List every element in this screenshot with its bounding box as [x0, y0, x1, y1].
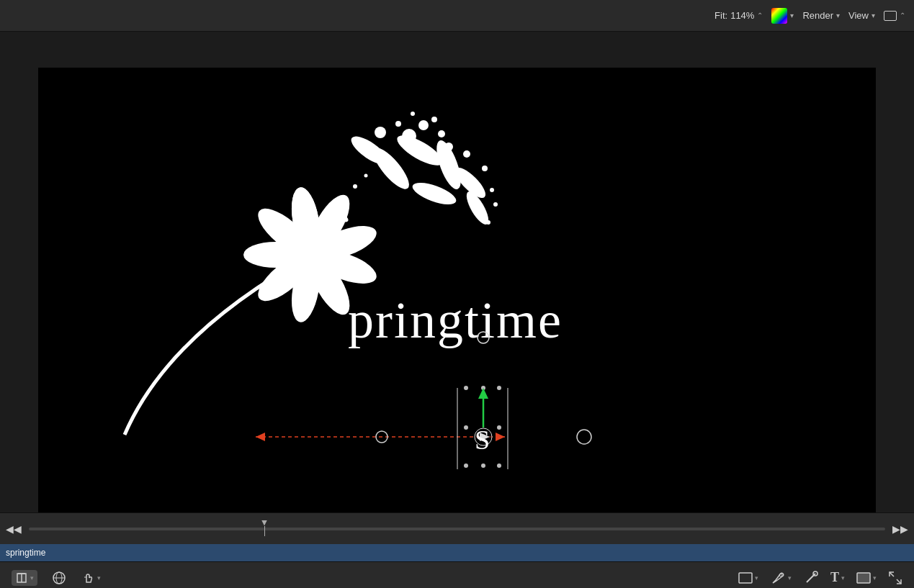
fit-value: 114%	[730, 10, 754, 21]
expand-tool[interactable]	[888, 571, 902, 585]
globe-tool[interactable]	[52, 571, 66, 585]
fit-label: Fit:	[714, 10, 727, 21]
view-chevron: ▾	[872, 12, 875, 19]
mask-chevron: ▾	[873, 574, 877, 582]
preview-canvas[interactable]: pringtime	[38, 68, 876, 512]
playhead-marker	[261, 520, 267, 526]
svg-line-70	[897, 579, 901, 584]
mask-tool[interactable]: ▾	[856, 572, 877, 584]
svg-point-24	[463, 150, 470, 158]
top-bar: Fit: 114% ⌃ ▾ Render ▾ View ▾ ⌃	[0, 0, 914, 32]
canvas-text-content: pringtime	[348, 291, 563, 349]
svg-point-28	[395, 121, 401, 127]
fit-chevron: ⌃	[757, 12, 763, 19]
timeline-playhead[interactable]	[260, 520, 269, 538]
canvas-main-text: pringtime	[348, 291, 563, 350]
pen-tool[interactable]: ▾	[770, 570, 792, 586]
color-chevron: ▾	[790, 12, 794, 19]
shape-tool[interactable]: ▾	[738, 572, 758, 584]
text-cursor-icon	[15, 571, 28, 584]
pen-icon	[770, 570, 786, 586]
timeline-end-button[interactable]: ▶▶	[894, 523, 907, 535]
svg-point-22	[444, 143, 453, 151]
svg-point-51	[497, 463, 501, 468]
svg-point-18	[402, 129, 416, 143]
brush-tool[interactable]	[803, 570, 819, 586]
fit-control[interactable]: Fit: 114% ⌃	[714, 10, 763, 21]
svg-point-25	[482, 166, 488, 171]
playhead-line	[264, 526, 265, 536]
svg-point-29	[411, 112, 415, 116]
svg-rect-64	[739, 573, 752, 583]
type-tool-label: T	[830, 570, 839, 585]
timeline-track[interactable]	[29, 528, 885, 530]
hand-tool[interactable]: ▾	[81, 571, 101, 585]
timeline-start-button[interactable]: ◀◀	[7, 523, 20, 535]
svg-point-35	[364, 174, 368, 178]
render-menu[interactable]: Render ▾	[802, 10, 840, 21]
type-tool[interactable]: T ▾	[830, 570, 845, 585]
svg-point-21	[431, 117, 437, 122]
svg-rect-68	[857, 573, 870, 583]
canvas-area: pringtime	[0, 32, 914, 512]
mask-icon	[856, 572, 871, 584]
svg-point-23	[375, 127, 386, 138]
color-swatch-icon	[771, 8, 787, 24]
shape-icon	[738, 572, 753, 584]
layer-bar: springtime	[0, 544, 914, 561]
right-tools-group: ▾ ▾ T ▾ ▾	[738, 570, 902, 586]
svg-point-26	[470, 190, 478, 197]
svg-point-34	[353, 184, 357, 189]
view-menu[interactable]: View ▾	[848, 10, 875, 21]
view-label: View	[848, 10, 869, 21]
svg-point-50	[481, 463, 485, 468]
svg-point-31	[486, 220, 490, 225]
hand-icon	[81, 571, 95, 585]
color-picker[interactable]: ▾	[771, 8, 794, 24]
bottom-toolbar: ▾ ▾ ▾ ▾	[0, 561, 914, 588]
view-box-icon	[884, 11, 897, 21]
svg-point-30	[493, 202, 498, 207]
pen-chevron: ▾	[788, 574, 792, 582]
globe-icon	[52, 571, 66, 585]
svg-point-40	[577, 430, 591, 444]
svg-point-19	[418, 120, 429, 130]
layer-name: springtime	[6, 548, 45, 558]
text-select-tool[interactable]: ▾	[12, 570, 37, 586]
text-select-chevron: ▾	[30, 574, 34, 582]
svg-line-69	[890, 572, 894, 576]
svg-point-16	[347, 132, 392, 169]
hand-chevron: ▾	[97, 574, 101, 582]
type-chevron: ▾	[841, 574, 845, 582]
flower-decoration	[81, 82, 528, 442]
svg-point-20	[438, 130, 445, 137]
svg-point-27	[490, 188, 494, 192]
brush-icon	[803, 570, 819, 586]
render-chevron: ▾	[836, 12, 840, 19]
svg-point-49	[464, 463, 468, 468]
timeline-area: ◀◀ ▶▶	[0, 512, 914, 544]
shape-chevron: ▾	[755, 574, 758, 582]
expand-icon	[888, 571, 902, 585]
view-box-chevron: ⌃	[900, 12, 905, 19]
view-box-control[interactable]: ⌃	[884, 11, 905, 21]
render-label: Render	[802, 10, 833, 21]
